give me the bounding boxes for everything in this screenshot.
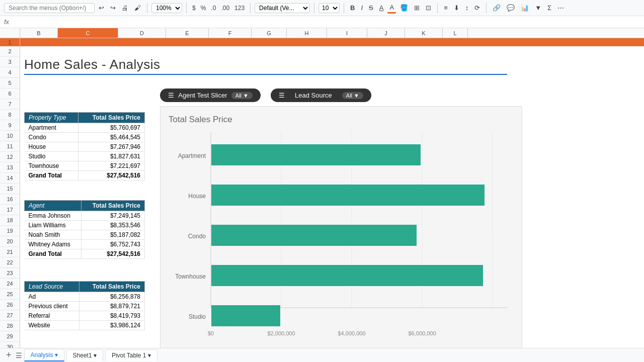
redo-button[interactable]: ↪ [108, 3, 118, 13]
bar-condo [211, 225, 417, 246]
row-num-3: 3 [0, 57, 20, 67]
agent-slicer-button[interactable]: ☰ Agent Test Slicer All ▼ [160, 88, 261, 102]
property-grand-total-value: $27,542,516 [78, 171, 145, 180]
table-row: Condo $5,464,545 [25, 133, 145, 142]
label-studio: Studio [189, 313, 206, 320]
lead-source-ad: Ad [25, 292, 79, 302]
valign-button[interactable]: ⬇ [452, 3, 461, 13]
fill-color-button[interactable]: 🪣 [398, 3, 410, 13]
col-header-i[interactable]: I [327, 28, 367, 38]
function-button[interactable]: Σ [545, 3, 553, 13]
percent-symbol: % [199, 5, 208, 12]
filter-button[interactable]: ▼ [533, 3, 543, 13]
column-headers: B C D E F G H I J K L [0, 28, 644, 38]
text-rotation-button[interactable]: ↕ [463, 3, 471, 13]
agent-emma: Emma Johnson [25, 211, 82, 221]
text-color-button[interactable]: A [387, 3, 396, 14]
lead-source-total-header: Total Sales Price [79, 282, 145, 292]
menu-search-input[interactable] [4, 3, 95, 13]
decimal-two: .00 [219, 5, 231, 12]
col-header-b[interactable]: B [20, 28, 58, 38]
property-type-townhouse: Townhouse [25, 161, 78, 171]
agent-slicer-chevron: ▼ [243, 93, 249, 99]
zoom-select[interactable]: 100% [151, 3, 182, 13]
merge-cells-button[interactable]: ⊡ [424, 3, 433, 13]
row-num-14: 14 [0, 173, 20, 184]
italic-button[interactable]: I [359, 3, 365, 13]
x-label-4m: $4,000,000 [338, 330, 365, 336]
agent-emma-value: $7,249,145 [81, 211, 144, 221]
spreadsheet-grid: B C D E F G H I J K L 1 2 3 4 5 6 7 8 9 … [0, 28, 644, 348]
agent-whitney: Whitney Adams [25, 240, 82, 249]
link-button[interactable]: 🔗 [491, 3, 503, 13]
property-grand-total-row: Grand Total $27,542,516 [25, 171, 145, 180]
col-header-g[interactable]: G [252, 28, 287, 38]
property-value-condo: $5,464,545 [78, 133, 145, 142]
row-num-23: 23 [0, 268, 20, 279]
table-row: Liam Williams $8,353,546 [25, 221, 145, 230]
row-num-11: 11 [0, 141, 20, 152]
divider-3 [250, 3, 251, 13]
chart-button[interactable]: 📊 [519, 3, 531, 13]
comment-button[interactable]: 💬 [505, 3, 517, 13]
table-row: Website $3,986,124 [25, 321, 145, 330]
font-family-select[interactable]: Default (Ve... [255, 3, 310, 13]
agent-table: Agent Total Sales Price Emma Johnson $7,… [24, 200, 145, 259]
divider-6 [437, 3, 438, 13]
row-num-22: 22 [0, 257, 20, 268]
col-header-d[interactable]: D [118, 28, 166, 38]
lead-source-previous: Previous client [25, 302, 79, 311]
col-header-e[interactable]: E [166, 28, 209, 38]
bottom-tab-bar: + ☰ Analysis ▾ Sheet1 ▾ Pivot Table 1 ▾ [0, 348, 644, 362]
label-condo: Condo [188, 233, 206, 240]
borders-button[interactable]: ⊞ [412, 3, 422, 13]
more-button[interactable]: ⋯ [555, 3, 566, 13]
add-sheet-button[interactable]: + [4, 350, 14, 360]
divider-7 [486, 3, 487, 13]
sheet-menu-button[interactable]: ☰ [16, 351, 22, 359]
tab-analysis[interactable]: Analysis ▾ [24, 349, 64, 361]
underline-button[interactable]: A [377, 3, 386, 13]
row-numbers: 1 2 3 4 5 6 7 8 9 10 11 12 13 14 15 16 1… [0, 38, 20, 348]
align-button[interactable]: ≡ [442, 3, 450, 13]
undo-button[interactable]: ↩ [97, 3, 106, 13]
lead-source-referral: Referral [25, 311, 79, 321]
decimal-zero: .0 [209, 5, 217, 12]
tab-analysis-dropdown-icon: ▾ [55, 351, 58, 358]
toolbar: ↩ ↪ 🖨 🖌 100% $ % .0 .00 123 Default (Ve.… [0, 0, 644, 16]
row-num-5: 5 [0, 78, 20, 88]
col-header-c[interactable]: C [58, 28, 118, 38]
col-header-h[interactable]: H [287, 28, 327, 38]
wrap-button[interactable]: ⟳ [472, 3, 482, 13]
agent-table-wrapper: Agent Total Sales Price Emma Johnson $7,… [24, 200, 145, 259]
lead-source-website-value: $3,986,124 [79, 321, 145, 330]
table-row: House $7,267,946 [25, 142, 145, 152]
col-header-f[interactable]: F [209, 28, 252, 38]
agent-liam: Liam Williams [25, 221, 82, 230]
bar-apartment [211, 144, 421, 165]
strikethrough-button[interactable]: S [367, 3, 375, 13]
col-header-k[interactable]: K [405, 28, 443, 38]
label-townhouse: Townhouse [175, 273, 206, 280]
tab-analysis-label: Analysis [31, 351, 53, 358]
col-header-l[interactable]: L [443, 28, 468, 38]
tab-pivot-table-1[interactable]: Pivot Table 1 ▾ [105, 349, 157, 361]
font-size-select[interactable]: 10 [318, 3, 340, 13]
x-label-0: $0 [208, 330, 214, 336]
col-header-j[interactable]: J [367, 28, 405, 38]
agent-noah-value: $5,187,082 [81, 230, 144, 240]
print-button[interactable]: 🖨 [120, 3, 130, 13]
paint-format-button[interactable]: 🖌 [132, 3, 143, 13]
bold-button[interactable]: B [348, 3, 357, 13]
bar-house [211, 185, 485, 206]
table-row: Townhouse $7,221,697 [25, 161, 145, 171]
property-type-table-wrapper: Property Type Total Sales Price Apartmen… [24, 112, 145, 180]
tab-pivot1-label: Pivot Table 1 [112, 352, 146, 359]
tab-sheet1[interactable]: Sheet1 ▾ [66, 349, 103, 361]
chart-container: Total Sales Price Apartment [160, 106, 522, 348]
bar-townhouse [211, 265, 483, 286]
lead-source-slicer-filter-icon: ☰ [279, 92, 285, 99]
chart-title: Total Sales Price [169, 115, 232, 124]
lead-source-slicer-button[interactable]: ☰ Lead Source All ▼ [271, 88, 371, 102]
chart-title-area: Total Sales Price [160, 107, 522, 125]
